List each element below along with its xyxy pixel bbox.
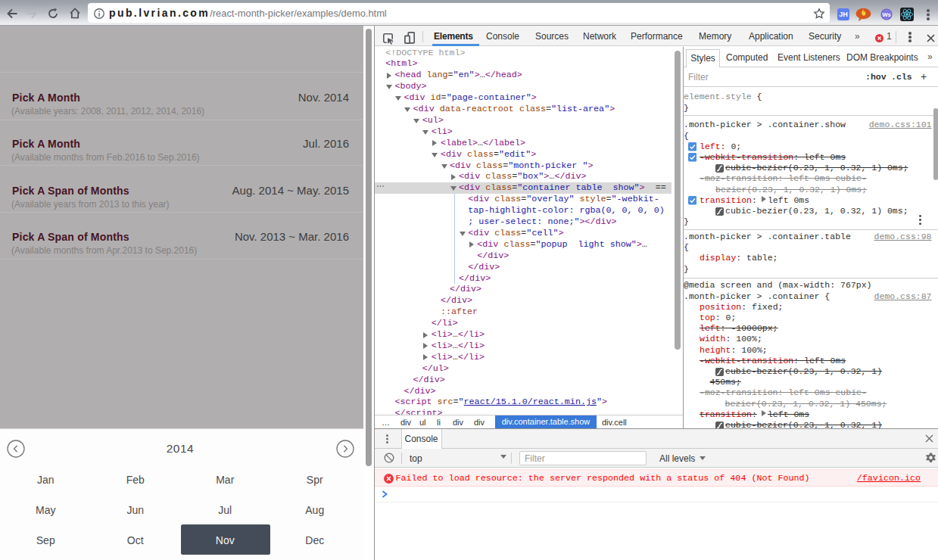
svg-text:Ws: Ws: [882, 11, 890, 18]
